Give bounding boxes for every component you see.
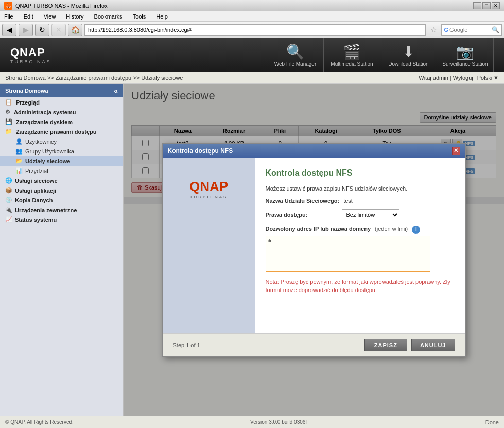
menu-history[interactable]: History bbox=[64, 12, 85, 21]
przeglad-label: Przegląd bbox=[16, 99, 40, 106]
search-icon[interactable]: 🔍 bbox=[492, 26, 499, 33]
back-button[interactable]: ◀ bbox=[2, 24, 16, 36]
przeglad-icon: 📋 bbox=[5, 99, 12, 106]
nav-multimedia-station[interactable]: 🎬 Multimedia Station bbox=[324, 38, 380, 72]
access-mgmt-icon: 📁 bbox=[5, 128, 12, 135]
window-controls[interactable]: _ □ ✕ bbox=[473, 2, 500, 9]
modal-logo-text: QNAP bbox=[189, 179, 228, 195]
sidebar-item-users[interactable]: 👤 Użytkownicy bbox=[0, 136, 123, 146]
nav-label-multimedia-station: Multimedia Station bbox=[331, 61, 373, 67]
sidebar-header: Strona Domowa « bbox=[0, 84, 123, 97]
stop-button[interactable]: ✕ bbox=[51, 24, 66, 36]
modal-title-bar: Kontrola dostępu NFS ✕ bbox=[163, 144, 465, 158]
qnap-logo: QNAP TURBO NAS bbox=[10, 46, 51, 64]
ip-textarea[interactable]: * bbox=[266, 236, 430, 272]
breadcrumb: Strona Domowa >> Zarządzanie prawami dos… bbox=[5, 75, 183, 81]
share-name-label: Nazwa Udziału Sieciowego: bbox=[266, 198, 340, 204]
backup-icon: 💿 bbox=[5, 197, 12, 203]
search-input[interactable] bbox=[449, 27, 491, 33]
close-btn[interactable]: ✕ bbox=[492, 2, 500, 9]
menu-tools[interactable]: Tools bbox=[131, 12, 148, 21]
sidebar-item-disk[interactable]: 💾 Zarządzanie dyskiem bbox=[0, 117, 123, 127]
menu-help[interactable]: Help bbox=[154, 12, 170, 21]
download-station-icon: ⬇ bbox=[403, 43, 414, 60]
footer-buttons: ZAPISZ ANULUJ bbox=[364, 339, 455, 351]
address-bar[interactable] bbox=[84, 24, 426, 36]
sidebar-item-net-services[interactable]: 🌐 Usługi sieciowe bbox=[0, 176, 123, 185]
sidebar-collapse-btn[interactable]: « bbox=[114, 87, 118, 95]
browser-title-bar: 🦊 QNAP TURBO NAS - Mozilla Firefox _ □ ✕ bbox=[0, 0, 504, 11]
net-services-label: Usługi sieciowe bbox=[15, 178, 58, 184]
modal-qnap-logo: QNAP TURBO NAS bbox=[189, 179, 228, 199]
browser-menu-bar: File Edit View History Bookmarks Tools H… bbox=[0, 11, 504, 22]
status-bar: © QNAP, All Rights Reserved. Version 3.0… bbox=[0, 416, 504, 428]
nav-download-station[interactable]: ⬇ Download Station bbox=[380, 38, 437, 72]
modal-right-panel: Kontrola dostępu NFS Możesz ustawić praw… bbox=[255, 158, 465, 333]
forward-button[interactable]: ▶ bbox=[19, 24, 33, 36]
quota-label: Przydział bbox=[25, 168, 48, 174]
external-label: Urządzenia zewnętrzne bbox=[15, 207, 77, 213]
language-selector[interactable]: Polski ▼ bbox=[477, 75, 499, 81]
info-icon[interactable]: i bbox=[412, 226, 420, 234]
nav-surveillance-station[interactable]: 📷 Surveillance Station bbox=[437, 38, 494, 72]
sidebar-item-przeglad[interactable]: 📋 Przegląd bbox=[0, 97, 123, 107]
browser-status: Done bbox=[485, 419, 499, 425]
form-row-ip-label: Dozwolony adres IP lub nazwa domeny (jed… bbox=[266, 226, 455, 234]
status-label: Status systemu bbox=[15, 217, 57, 223]
menu-bookmarks[interactable]: Bookmarks bbox=[92, 12, 125, 21]
modal-description: Możesz ustawić prawa zapisu NFS udziałów… bbox=[266, 185, 455, 192]
net-services-icon: 🌐 bbox=[5, 177, 12, 184]
sidebar-item-quota[interactable]: 📊 Przydział bbox=[0, 166, 123, 176]
search-container: G 🔍 bbox=[441, 24, 502, 36]
modal-close-button[interactable]: ✕ bbox=[452, 147, 460, 155]
nav-label-web-file-manager: Web File Manager bbox=[274, 61, 317, 67]
sidebar-item-shares[interactable]: 📂 Udziały sieciowe bbox=[0, 156, 123, 166]
home-button[interactable]: 🏠 bbox=[68, 24, 82, 36]
version-info: Version 3.0.0 build 0306T bbox=[250, 419, 308, 425]
copyright: © QNAP, All Rights Reserved. bbox=[5, 419, 74, 425]
quota-icon: 📊 bbox=[15, 167, 23, 174]
modal-logo-sub: TURBO NAS bbox=[189, 195, 228, 199]
modal-window: Kontrola dostępu NFS ✕ QNAP TURBO NAS bbox=[162, 143, 466, 357]
app-services-label: Usługi aplikacji bbox=[15, 187, 56, 194]
modal-footer: Step 1 of 1 ZAPISZ ANULUJ bbox=[163, 333, 465, 356]
logo-text: QNAP bbox=[10, 46, 51, 59]
sidebar-item-app-services[interactable]: 📦 Usługi aplikacji bbox=[0, 185, 123, 195]
admin-icon: ⚙ bbox=[5, 109, 10, 115]
web-file-manager-icon: 🔍 bbox=[286, 43, 304, 60]
top-nav: QNAP TURBO NAS 🔍 Web File Manager 🎬 Mult… bbox=[0, 38, 504, 72]
users-icon: 👤 bbox=[15, 138, 23, 145]
refresh-button[interactable]: ↻ bbox=[35, 24, 49, 36]
sidebar-item-external[interactable]: 🔌 Urządzenia zewnętrzne bbox=[0, 205, 123, 215]
form-row-access: Prawa dostępu: Bez limitówTylko do odczy… bbox=[266, 209, 455, 220]
minimize-btn[interactable]: _ bbox=[473, 2, 481, 9]
nav-web-file-manager[interactable]: 🔍 Web File Manager bbox=[267, 38, 324, 72]
sidebar: Strona Domowa « 📋 Przegląd ⚙ Administrac… bbox=[0, 84, 124, 416]
sidebar-item-access-mgmt[interactable]: 📁 Zarządzanie prawami dostępu bbox=[0, 127, 123, 136]
modal-title: Kontrola dostępu NFS bbox=[168, 147, 233, 155]
sidebar-item-admin[interactable]: ⚙ Administracja systemu bbox=[0, 107, 123, 117]
logo-subtext: TURBO NAS bbox=[10, 59, 51, 64]
modal-body: QNAP TURBO NAS Kontrola dostępu NFS Może… bbox=[163, 158, 465, 333]
surveillance-station-icon: 📷 bbox=[456, 43, 474, 60]
nav-label-download-station: Download Station bbox=[388, 61, 428, 67]
shares-label: Udziały sieciowe bbox=[25, 158, 70, 164]
shares-icon: 📂 bbox=[15, 158, 23, 164]
sidebar-item-backup[interactable]: 💿 Kopia Danych bbox=[0, 195, 123, 205]
modal-heading: Kontrola dostępu NFS bbox=[266, 168, 455, 178]
save-button[interactable]: ZAPISZ bbox=[364, 339, 407, 351]
note-text: Nota: Proszę być pewnym, że format jaki … bbox=[266, 278, 455, 295]
access-select[interactable]: Bez limitówTylko do odczytuBlokada bbox=[342, 209, 399, 220]
sidebar-item-groups[interactable]: 👥 Grupy Użytkownika bbox=[0, 146, 123, 156]
menu-view[interactable]: View bbox=[42, 12, 58, 21]
cancel-button[interactable]: ANULUJ bbox=[411, 339, 455, 351]
menu-edit[interactable]: Edit bbox=[22, 12, 36, 21]
step-info: Step 1 of 1 bbox=[173, 342, 200, 348]
users-label: Użytkownicy bbox=[25, 139, 57, 145]
multimedia-station-icon: 🎬 bbox=[343, 43, 361, 60]
bookmark-star-icon[interactable]: ☆ bbox=[428, 24, 439, 36]
restore-btn[interactable]: □ bbox=[482, 2, 491, 9]
sidebar-item-status[interactable]: 📈 Status systemu bbox=[0, 215, 123, 225]
menu-file[interactable]: File bbox=[2, 12, 15, 21]
app-area: QNAP TURBO NAS 🔍 Web File Manager 🎬 Mult… bbox=[0, 38, 504, 428]
